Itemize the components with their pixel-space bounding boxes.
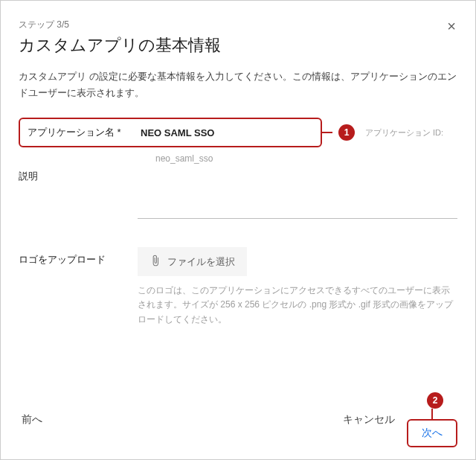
annotation-2-connector: [431, 409, 433, 419]
logo-upload-row: ロゴをアップロード ファイルを選択 このロゴは、このアプリケーションにアクセスで…: [19, 247, 457, 327]
custom-app-basic-info-dialog: ステップ 3/5 カスタムアプリの基本情報 × カスタムアプリ の設定に必要な基…: [1, 1, 475, 459]
description-row: 説明: [19, 164, 457, 219]
next-button[interactable]: 次へ: [407, 419, 457, 447]
dialog-title: カスタムアプリの基本情報: [19, 34, 221, 57]
close-button[interactable]: ×: [446, 19, 457, 33]
dialog-footer: 前へ キャンセル 2 次へ: [19, 386, 457, 447]
attachment-icon: [149, 255, 161, 269]
logo-upload-label: ロゴをアップロード: [19, 247, 138, 266]
close-icon: ×: [447, 18, 456, 34]
app-name-row: アプリケーション名 * 1 アプリケーション ID:: [19, 118, 457, 147]
annotation-badge-1: 1: [338, 124, 355, 141]
choose-file-button[interactable]: ファイルを選択: [138, 247, 247, 276]
annotation-1-highlight: アプリケーション名 *: [19, 118, 322, 147]
annotation-1-connector: [322, 132, 332, 133]
intro-text: カスタムアプリ の設定に必要な基本情報を入力してください。この情報は、アプリケー…: [19, 68, 457, 101]
cancel-button[interactable]: キャンセル: [334, 407, 404, 432]
annotation-badge-2: 2: [427, 392, 443, 409]
app-id-label: アプリケーション ID:: [365, 127, 443, 138]
app-name-label: アプリケーション名 *: [20, 126, 138, 139]
choose-file-label: ファイルを選択: [167, 255, 235, 269]
app-name-input[interactable]: [138, 123, 321, 143]
step-indicator: ステップ 3/5: [19, 19, 221, 31]
back-button[interactable]: 前へ: [19, 407, 45, 432]
logo-help-text: このロゴは、このアプリケーションにアクセスできるすべてのユーザーに表示されます。…: [138, 284, 457, 327]
description-label: 説明: [19, 164, 138, 183]
app-id-value: neo_saml_sso: [138, 150, 457, 164]
description-input[interactable]: [138, 198, 457, 219]
